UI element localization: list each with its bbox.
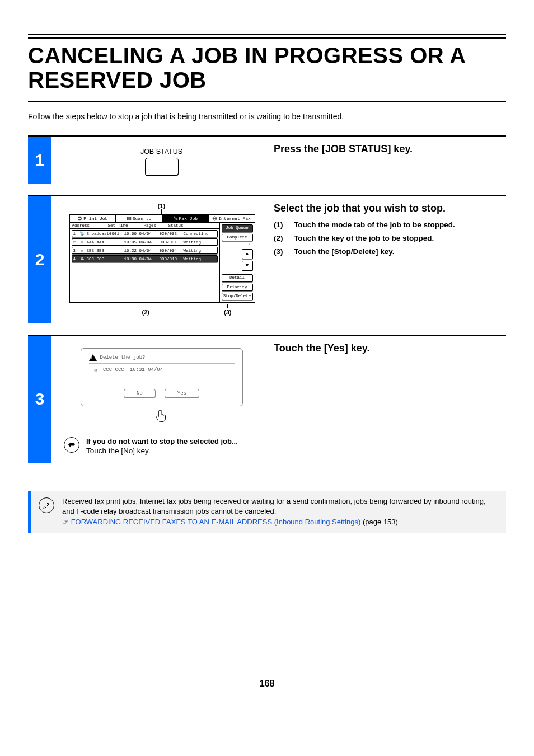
step-3-note-title: If you do not want to stop the selected …	[86, 437, 238, 445]
tab-fax-job[interactable]: Fax Job	[162, 215, 209, 222]
page-title: CANCELING A JOB IN PROGRESS OR A RESERVE…	[28, 43, 506, 92]
job-row[interactable]: 1📡Broadcast000110:00 04/04020/003Connect…	[72, 230, 218, 237]
step-2-substep: (1)Touch the mode tab of the job to be s…	[274, 220, 502, 230]
scroll-up-button[interactable]: ▲	[242, 249, 253, 259]
callout-2: (2)	[142, 304, 149, 316]
scroll-down-button[interactable]: ▼	[242, 261, 253, 271]
intro-text: Follow the steps below to stop a job tha…	[28, 112, 506, 121]
no-button[interactable]: No	[124, 389, 156, 398]
step-1-heading: Press the [JOB STATUS] key.	[274, 143, 502, 155]
step-3-heading: Touch the [Yes] key.	[274, 342, 502, 354]
tab-scan-to[interactable]: Scan to	[116, 215, 162, 222]
stop-delete-button[interactable]: Stop/Delete	[222, 293, 253, 300]
tab-internet-fax[interactable]: Internet Fax	[209, 215, 255, 222]
tab-print-job[interactable]: Print Job	[70, 215, 116, 222]
callout-1: (1)	[69, 203, 254, 214]
yes-button[interactable]: Yes	[165, 389, 199, 398]
info-suffix: (page 153)	[360, 518, 398, 526]
dialog-question: Delete the job?	[100, 355, 146, 360]
step-2-number: 2	[28, 196, 51, 323]
step-2-heading: Select the job that you wish to stop.	[274, 203, 502, 214]
job-row[interactable]: 3✉BBB BBB10:22 04/04000/004Waiting	[72, 247, 218, 254]
pointer-icon: ☞	[62, 518, 69, 526]
pointing-hand-icon	[154, 408, 169, 423]
warning-icon: !	[89, 354, 97, 361]
title-rule-bottom	[28, 101, 506, 102]
job-status-key-label: JOB STATUS	[140, 148, 182, 156]
job-status-key-shape	[145, 158, 179, 176]
step-1: 1 JOB STATUS Press the [JOB STATUS] key.	[28, 135, 506, 184]
job-column-headers: Address Set Time Pages Status	[70, 223, 219, 229]
step-3: 3 ! Delete the job? ✉ CCC CCC 10:31 04/0…	[28, 335, 506, 463]
dashed-separator	[59, 431, 502, 431]
priority-button[interactable]: Priority	[222, 284, 253, 292]
job-row[interactable]: 2✉AAA AAA10:05 04/04000/001Waiting	[72, 238, 218, 246]
step-2: 2 (1) Print Job	[28, 195, 506, 323]
dialog-job-addr: CCC CCC	[103, 367, 124, 373]
return-icon	[64, 437, 79, 453]
info-box: Received fax print jobs, Internet fax jo…	[28, 491, 506, 534]
page-number: 168	[28, 679, 506, 689]
tab-scan-label: Scan to	[133, 216, 152, 221]
mail-icon: ✉	[95, 367, 97, 373]
svg-rect-1	[79, 217, 81, 218]
step-1-number: 1	[28, 137, 51, 184]
job-type-icon: 🖶	[79, 256, 85, 261]
step-3-note-body: Touch the [No] key.	[86, 447, 238, 455]
tab-print-label: Print Job	[83, 216, 107, 221]
detail-button[interactable]: Detail	[222, 274, 253, 282]
globe-icon	[212, 216, 217, 221]
title-rule-top	[28, 34, 506, 39]
note-icon	[39, 497, 54, 513]
callout-3: (3)	[224, 304, 231, 316]
step-2-substeps: (1)Touch the mode tab of the job to be s…	[274, 220, 502, 257]
job-type-icon: ✉	[79, 240, 85, 245]
phone-icon	[173, 216, 178, 221]
job-type-icon: ✉	[79, 248, 85, 253]
svg-rect-2	[79, 219, 81, 220]
inbound-routing-link[interactable]: FORWARDING RECEIVED FAXES TO AN E-MAIL A…	[71, 518, 361, 526]
spool-count: 1	[222, 243, 253, 247]
complete-button[interactable]: Complete	[222, 234, 253, 242]
scanner-icon	[127, 216, 132, 221]
info-text: Received fax print jobs, Internet fax jo…	[62, 497, 486, 516]
step-2-substep: (2)Touch the key of the job to be stoppe…	[274, 233, 502, 243]
job-row[interactable]: 4🖶CCC CCC10:30 04/04000/010Waiting	[72, 255, 218, 262]
tab-fax-label: Fax Job	[179, 216, 198, 221]
job-status-key-visual: JOB STATUS	[140, 148, 182, 176]
job-type-icon: 📡	[79, 231, 85, 236]
job-queue-button[interactable]: Job Queue	[222, 224, 253, 232]
step-3-number: 3	[28, 336, 51, 463]
printer-icon	[77, 216, 82, 221]
svg-rect-0	[78, 218, 82, 219]
step-2-substep: (3)Touch the [Stop/Delete] key.	[274, 247, 502, 257]
delete-dialog: ! Delete the job? ✉ CCC CCC 10:31 04/04 …	[81, 348, 243, 406]
job-status-screen: Print Job Scan to Fax Job	[69, 214, 255, 303]
dialog-job-time: 10:31 04/04	[130, 367, 163, 373]
tab-ifax-label: Internet Fax	[218, 216, 251, 221]
